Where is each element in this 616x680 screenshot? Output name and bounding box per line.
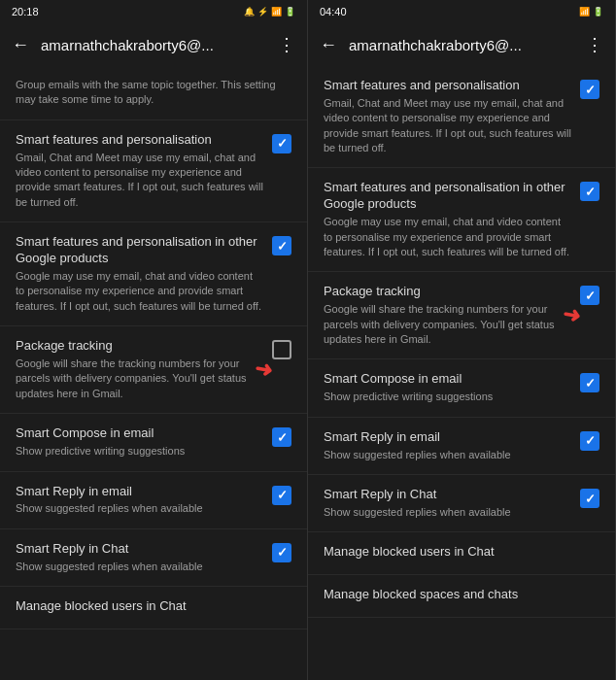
setting-description: Show suggested replies when available (324, 448, 572, 462)
right-status-bar: 04:40 📶🔋 (308, 0, 615, 23)
setting-description: Show suggested replies when available (16, 560, 264, 574)
list-item[interactable]: Package tracking Google will share the t… (0, 326, 307, 414)
setting-title: Smart Compose in email (16, 425, 264, 442)
list-item[interactable]: Manage blocked users in Chat (308, 532, 615, 575)
setting-checkbox[interactable] (272, 340, 291, 359)
setting-text: Smart features and personalisation Gmail… (16, 132, 272, 210)
list-item[interactable]: Manage blocked spaces and chats (308, 575, 615, 618)
setting-title: Smart Compose in email (324, 371, 572, 388)
setting-text: Smart features and personalisation in ot… (324, 180, 580, 259)
checkbox-checked-icon (580, 286, 599, 305)
setting-description: Show predictive writing suggestions (324, 390, 572, 404)
right-top-bar: ← amarnathchakraborty6@... ⋮ (308, 23, 615, 66)
left-status-icons: 🔔⚡📶🔋 (244, 7, 295, 17)
setting-title: Smart features and personalisation (16, 132, 264, 149)
setting-description: Google may use my email, chat and video … (324, 215, 572, 259)
left-more-button[interactable]: ⋮ (274, 30, 299, 59)
checkbox-checked-icon (580, 489, 599, 508)
left-status-bar: 20:18 🔔⚡📶🔋 (0, 0, 307, 23)
list-item[interactable]: Smart Reply in Chat Show suggested repli… (0, 529, 307, 587)
setting-text: Smart Reply in email Show suggested repl… (324, 429, 580, 462)
left-top-bar: ← amarnathchakraborty6@... ⋮ (0, 23, 307, 66)
setting-checkbox[interactable] (272, 236, 291, 255)
list-item[interactable]: Smart features and personalisation Gmail… (308, 66, 615, 168)
setting-checkbox[interactable] (272, 134, 291, 153)
setting-text: Smart Reply in email Show suggested repl… (16, 484, 272, 517)
setting-checkbox[interactable] (580, 182, 599, 201)
setting-text: Manage blocked users in Chat (324, 544, 599, 562)
setting-title: Smart Reply in email (16, 484, 264, 500)
setting-description: Google may use my email, chat and video … (16, 269, 264, 314)
checkbox-checked-icon (580, 373, 599, 392)
checkbox-checked-icon (272, 543, 291, 562)
right-status-time: 04:40 (320, 6, 347, 17)
setting-checkbox[interactable] (580, 80, 599, 99)
setting-title: Package tracking (16, 338, 264, 355)
right-settings-list: Smart features and personalisation Gmail… (308, 66, 615, 680)
setting-text: Smart Compose in email Show predictive w… (16, 425, 272, 459)
checkbox-checked-icon (272, 134, 291, 153)
list-item[interactable]: Smart Reply in email Show suggested repl… (308, 418, 615, 475)
left-account-title: amarnathchakraborty6@... (41, 37, 266, 53)
setting-text: Smart Reply in Chat Show suggested repli… (324, 487, 580, 520)
checkbox-checked-icon (272, 486, 291, 505)
setting-description: Show suggested replies when available (16, 501, 264, 516)
right-back-button[interactable]: ← (316, 31, 341, 59)
setting-text: Manage blocked users in Chat (16, 598, 291, 617)
list-item[interactable]: Smart features and personalisation in ot… (0, 222, 307, 326)
left-status-time: 20:18 (12, 6, 39, 17)
list-item[interactable]: Smart Compose in email Show predictive w… (308, 359, 615, 417)
setting-description: Google will share the tracking numbers f… (324, 302, 572, 347)
setting-title: Manage blocked users in Chat (324, 544, 592, 561)
left-panel: 20:18 🔔⚡📶🔋 ← amarnathchakraborty6@... ⋮ … (0, 0, 308, 680)
setting-checkbox[interactable] (580, 431, 599, 451)
setting-checkbox[interactable] (272, 543, 291, 562)
setting-title: Smart features and personalisation in ot… (324, 180, 572, 213)
setting-title: Manage blocked spaces and chats (324, 587, 592, 603)
checkbox-checked-icon (580, 80, 599, 99)
setting-checkbox[interactable] (272, 486, 291, 505)
setting-title: Smart Reply in Chat (324, 487, 572, 503)
list-item[interactable]: Package tracking Google will share the t… (308, 272, 615, 359)
setting-checkbox[interactable] (272, 427, 291, 447)
right-panel: 04:40 📶🔋 ← amarnathchakraborty6@... ⋮ Sm… (308, 0, 616, 680)
checkbox-checked-icon (580, 182, 599, 201)
setting-description: Group emails with the same topic togethe… (16, 78, 284, 108)
setting-checkbox[interactable] (580, 286, 599, 305)
list-item[interactable]: Smart features and personalisation in ot… (308, 168, 615, 272)
setting-description: Gmail, Chat and Meet may use my email, c… (16, 151, 264, 211)
left-settings-list: Group emails with the same topic togethe… (0, 66, 307, 680)
setting-text: Package tracking Google will share the t… (16, 338, 272, 401)
setting-title: Smart Reply in email (324, 429, 572, 446)
setting-title: Package tracking (324, 284, 572, 300)
list-item[interactable]: Manage blocked users in Chat (0, 587, 307, 629)
setting-text: Manage blocked spaces and chats (324, 587, 599, 605)
setting-description: Show predictive writing suggestions (16, 444, 264, 459)
list-item[interactable]: Smart features and personalisation Gmail… (0, 120, 307, 222)
setting-description: Google will share the tracking numbers f… (16, 357, 264, 401)
setting-text: Smart Reply in Chat Show suggested repli… (16, 541, 272, 574)
left-back-button[interactable]: ← (8, 31, 33, 59)
setting-checkbox[interactable] (580, 373, 599, 392)
checkbox-checked-icon (272, 236, 291, 255)
setting-text: Smart features and personalisation in ot… (16, 234, 272, 314)
setting-text: Package tracking Google will share the t… (324, 284, 580, 347)
checkbox-unchecked-icon (272, 340, 291, 359)
list-item[interactable]: Smart Reply in Chat Show suggested repli… (308, 475, 615, 532)
checkbox-checked-icon (580, 431, 599, 451)
setting-title: Manage blocked users in Chat (16, 598, 284, 615)
checkbox-checked-icon (272, 427, 291, 447)
setting-text: Group emails with the same topic togethe… (16, 78, 291, 108)
list-item[interactable]: Smart Compose in email Show predictive w… (0, 414, 307, 471)
setting-text: Smart features and personalisation Gmail… (324, 78, 580, 155)
setting-title: Smart features and personalisation (324, 78, 572, 94)
setting-checkbox[interactable] (580, 489, 599, 508)
setting-title: Smart Reply in Chat (16, 541, 264, 558)
right-account-title: amarnathchakraborty6@... (349, 37, 574, 53)
right-more-button[interactable]: ⋮ (582, 30, 607, 59)
list-item[interactable]: Smart Reply in email Show suggested repl… (0, 472, 307, 529)
setting-text: Smart Compose in email Show predictive w… (324, 371, 580, 404)
setting-title: Smart features and personalisation in ot… (16, 234, 264, 267)
right-status-icons: 📶🔋 (579, 7, 603, 17)
list-item: Group emails with the same topic togethe… (0, 66, 307, 120)
